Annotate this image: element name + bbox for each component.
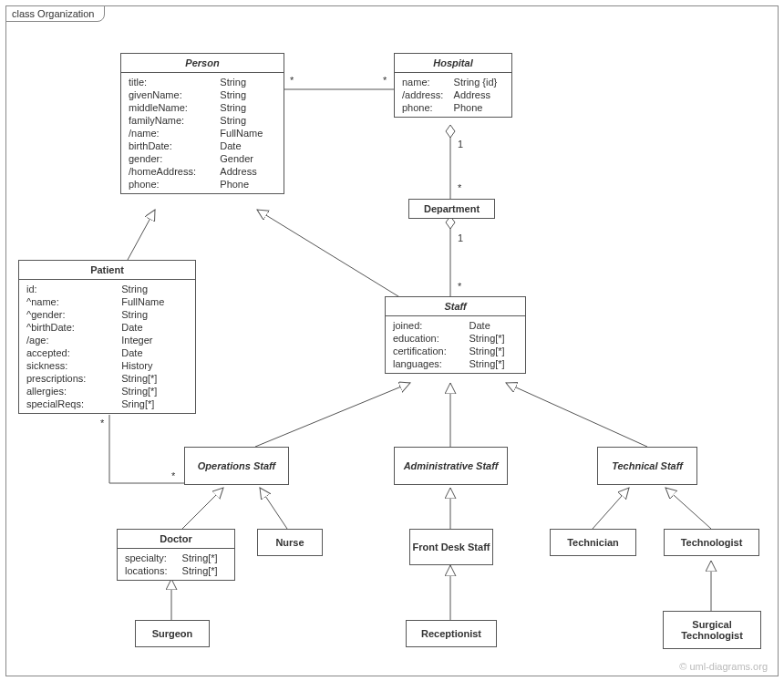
class-adminstaff-name: Administrative Staff [404, 460, 499, 471]
class-nurse-name: Nurse [275, 537, 304, 548]
class-surgtech-name: Surgical Technologist [664, 619, 760, 641]
class-staff-attrs: joined:Dateeducation:String[*]certificat… [386, 316, 525, 373]
diagram-root: class Organization [0, 0, 784, 681]
class-staff-name: Staff [386, 297, 525, 316]
mult-dept-staff-bot: * [458, 281, 461, 292]
class-hospital-name: Hospital [395, 54, 511, 73]
frame-title: class Organization [5, 5, 105, 22]
class-surgeon-name: Surgeon [152, 628, 193, 639]
watermark: © uml-diagrams.org [679, 661, 768, 672]
class-frontdesk-name: Front Desk Staff [413, 542, 490, 552]
class-surgeon: Surgeon [135, 620, 210, 647]
class-hospital-attrs: name:String {id}/address:Addressphone:Ph… [395, 73, 511, 117]
class-doctor: Doctor specialty:String[*]locations:Stri… [117, 529, 235, 581]
class-technician-name: Technician [567, 537, 619, 548]
mult-hosp-dept-bot: * [458, 182, 461, 193]
class-department-name: Department [409, 200, 494, 218]
class-department: Department [408, 199, 495, 219]
mult-hosp-dept-top: 1 [458, 139, 463, 150]
mult-patient-ops-l: * [100, 418, 104, 428]
class-nurse: Nurse [257, 529, 323, 556]
class-techstaff-name: Technical Staff [612, 460, 683, 471]
class-techstaff: Technical Staff [597, 447, 697, 485]
class-patient-name: Patient [19, 261, 195, 280]
class-person-name: Person [121, 54, 284, 73]
class-technician: Technician [550, 529, 636, 556]
mult-person-hospital-l: * [290, 75, 294, 86]
class-receptionist: Receptionist [406, 620, 497, 647]
class-person: Person title:StringgivenName:Stringmiddl… [120, 53, 284, 194]
class-patient-attrs: id:String^name:FullName^gender:String^bi… [19, 280, 195, 413]
class-opstaff-name: Operations Staff [198, 460, 275, 471]
class-frontdesk: Front Desk Staff [409, 529, 493, 565]
class-hospital: Hospital name:String {id}/address:Addres… [394, 53, 512, 118]
class-doctor-name: Doctor [118, 530, 234, 549]
mult-person-hospital-r: * [383, 75, 387, 86]
class-opstaff: Operations Staff [184, 447, 289, 485]
class-doctor-attrs: specialty:String[*]locations:String[*] [118, 549, 234, 580]
mult-dept-staff-top: 1 [458, 232, 463, 243]
mult-patient-ops-r: * [171, 470, 175, 481]
class-staff: Staff joined:Dateeducation:String[*]cert… [385, 296, 526, 374]
class-adminstaff: Administrative Staff [394, 447, 508, 485]
class-technologist-name: Technologist [681, 537, 743, 548]
class-receptionist-name: Receptionist [421, 628, 481, 639]
class-patient: Patient id:String^name:FullName^gender:S… [18, 260, 196, 414]
class-person-attrs: title:StringgivenName:StringmiddleName:S… [121, 73, 284, 193]
class-surgtech: Surgical Technologist [663, 611, 761, 649]
class-technologist: Technologist [664, 529, 759, 556]
